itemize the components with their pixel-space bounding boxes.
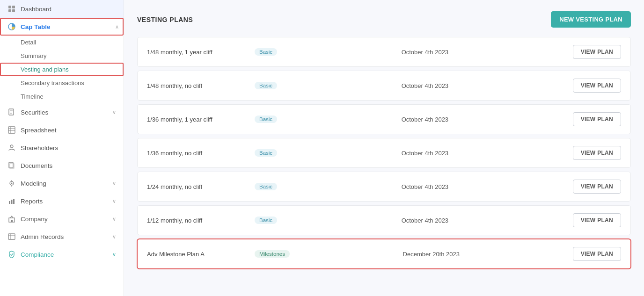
sidebar-sub-item-summary[interactable]: Summary bbox=[0, 49, 124, 63]
row-badge: Basic bbox=[255, 48, 277, 56]
sidebar-item-shareholders[interactable]: Shareholders bbox=[0, 139, 124, 157]
row-date: October 4th 2023 bbox=[285, 150, 565, 157]
row-left-5: 1/12 monthly, no cliff Basic bbox=[147, 217, 277, 224]
compliance-icon bbox=[7, 250, 16, 259]
chevron-down-modeling-icon: ∨ bbox=[112, 180, 116, 187]
view-plan-button[interactable]: VIEW PLAN bbox=[573, 213, 621, 227]
row-name: 1/36 monthly, no cliff bbox=[147, 150, 250, 157]
row-date: October 4th 2023 bbox=[285, 49, 565, 56]
svg-rect-2 bbox=[8, 9, 11, 12]
main-content: VESTING PLANS NEW VESTING PLAN 1/48 mont… bbox=[124, 0, 644, 296]
chevron-down-company-icon: ∨ bbox=[112, 216, 116, 222]
sidebar-item-reports-label: Reports bbox=[21, 198, 43, 205]
svg-point-17 bbox=[11, 183, 13, 184]
row-date: December 20th 2023 bbox=[297, 251, 565, 258]
grid-icon bbox=[7, 5, 16, 13]
row-date: October 4th 2023 bbox=[285, 82, 565, 89]
row-name: Adv Milestone Plan A bbox=[147, 251, 250, 258]
sidebar-item-documents-label: Documents bbox=[21, 162, 52, 169]
securities-icon bbox=[7, 108, 16, 116]
row-name: 1/12 monthly, no cliff bbox=[147, 217, 250, 224]
company-icon bbox=[7, 215, 16, 223]
row-left-0: 1/48 monthly, 1 year cliff Basic bbox=[147, 48, 277, 56]
row-left-1: 1/48 monthly, no cliff Basic bbox=[147, 82, 277, 89]
row-left-6: Adv Milestone Plan A Milestones bbox=[147, 250, 290, 258]
sidebar-item-securities[interactable]: Securities ∨ bbox=[0, 103, 124, 121]
sidebar-item-admin-records-label: Admin Records bbox=[21, 233, 64, 240]
row-badge: Basic bbox=[255, 82, 277, 89]
view-plan-button[interactable]: VIEW PLAN bbox=[573, 79, 621, 93]
row-date: October 4th 2023 bbox=[285, 116, 565, 123]
sidebar-item-modeling-label: Modeling bbox=[21, 180, 46, 187]
view-plan-button[interactable]: VIEW PLAN bbox=[573, 45, 621, 59]
sidebar-sub-item-detail[interactable]: Detail bbox=[0, 36, 124, 49]
sidebar-item-reports[interactable]: Reports ∨ bbox=[0, 192, 124, 210]
page-title: VESTING PLANS bbox=[137, 16, 193, 23]
svg-rect-1 bbox=[12, 6, 15, 8]
sidebar-item-dashboard-label: Dashboard bbox=[21, 6, 51, 13]
row-badge: Basic bbox=[255, 217, 277, 224]
vesting-row: Adv Milestone Plan A Milestones December… bbox=[137, 239, 631, 269]
sidebar-item-company[interactable]: Company ∨ bbox=[0, 210, 124, 228]
sidebar-item-documents[interactable]: Documents bbox=[0, 157, 124, 174]
vesting-row: 1/24 monthly, no cliff Basic October 4th… bbox=[137, 172, 631, 202]
sidebar-sub-item-timeline[interactable]: Timeline bbox=[0, 90, 124, 103]
shareholders-icon bbox=[7, 144, 16, 152]
row-badge: Milestones bbox=[255, 250, 290, 258]
row-badge: Basic bbox=[255, 149, 277, 157]
view-plan-button[interactable]: VIEW PLAN bbox=[573, 112, 621, 126]
sidebar-sub-item-detail-label: Detail bbox=[21, 39, 36, 46]
new-vesting-plan-button[interactable]: NEW VESTING PLAN bbox=[551, 11, 631, 28]
vesting-row: 1/36 monthly, 1 year cliff Basic October… bbox=[137, 104, 631, 134]
sidebar-item-admin-records[interactable]: Admin Records ∨ bbox=[0, 228, 124, 245]
svg-rect-0 bbox=[8, 6, 11, 8]
row-name: 1/24 monthly, no cliff bbox=[147, 183, 250, 190]
row-left-3: 1/36 monthly, no cliff Basic bbox=[147, 149, 277, 157]
row-name: 1/48 monthly, 1 year cliff bbox=[147, 49, 250, 56]
svg-rect-9 bbox=[8, 127, 15, 133]
sidebar-sub-item-vesting-plans[interactable]: Vesting and plans bbox=[0, 63, 124, 76]
sidebar-sub-item-secondary-label: Secondary transactions bbox=[21, 79, 84, 87]
sidebar-item-cap-table[interactable]: Cap Table ∧ bbox=[0, 18, 124, 36]
chevron-down-compliance-icon: ∨ bbox=[112, 252, 116, 258]
sidebar-item-spreadsheet[interactable]: Spreadsheet bbox=[0, 121, 124, 139]
documents-icon bbox=[7, 161, 16, 170]
chevron-up-icon: ∧ bbox=[115, 24, 119, 30]
sidebar: Dashboard Cap Table ∧ Detail Summary Ves… bbox=[0, 0, 124, 296]
view-plan-button[interactable]: VIEW PLAN bbox=[573, 180, 621, 194]
sidebar-item-shareholders-label: Shareholders bbox=[21, 144, 58, 152]
chevron-down-reports-icon: ∨ bbox=[112, 198, 116, 204]
svg-rect-20 bbox=[9, 201, 10, 204]
view-plan-button[interactable]: VIEW PLAN bbox=[573, 146, 621, 160]
row-name: 1/36 monthly, 1 year cliff bbox=[147, 116, 250, 123]
vesting-row: 1/48 monthly, no cliff Basic October 4th… bbox=[137, 71, 631, 101]
sidebar-item-modeling[interactable]: Modeling ∨ bbox=[0, 174, 124, 192]
sidebar-sub-item-timeline-label: Timeline bbox=[21, 93, 44, 100]
sidebar-item-spreadsheet-label: Spreadsheet bbox=[21, 127, 57, 134]
vesting-row: 1/12 monthly, no cliff Basic October 4th… bbox=[137, 205, 631, 235]
sidebar-sub-item-vesting-label: Vesting and plans bbox=[21, 66, 69, 73]
reports-icon bbox=[7, 197, 16, 205]
spreadsheet-icon bbox=[7, 126, 16, 134]
row-left-2: 1/36 monthly, 1 year cliff Basic bbox=[147, 116, 277, 123]
row-date: October 4th 2023 bbox=[285, 183, 565, 190]
sidebar-item-company-label: Company bbox=[21, 216, 48, 223]
sidebar-sub-item-secondary[interactable]: Secondary transactions bbox=[0, 76, 124, 90]
chevron-down-securities-icon: ∨ bbox=[112, 109, 116, 116]
modeling-icon bbox=[7, 179, 16, 188]
sidebar-item-compliance[interactable]: Compliance ∨ bbox=[0, 245, 124, 263]
svg-rect-21 bbox=[11, 200, 13, 204]
svg-rect-3 bbox=[12, 9, 15, 12]
view-plan-button[interactable]: VIEW PLAN bbox=[573, 247, 621, 261]
vesting-row: 1/48 monthly, 1 year cliff Basic October… bbox=[137, 37, 631, 67]
sidebar-item-dashboard[interactable]: Dashboard bbox=[0, 0, 124, 18]
admin-records-icon bbox=[7, 232, 16, 241]
row-left-4: 1/24 monthly, no cliff Basic bbox=[147, 183, 277, 190]
sidebar-item-cap-table-label: Cap Table bbox=[21, 23, 51, 30]
svg-rect-25 bbox=[8, 234, 15, 239]
row-badge: Basic bbox=[255, 183, 277, 190]
sidebar-item-compliance-label: Compliance bbox=[21, 251, 54, 258]
row-name: 1/48 monthly, no cliff bbox=[147, 82, 250, 89]
page-header: VESTING PLANS NEW VESTING PLAN bbox=[137, 11, 631, 28]
vesting-row: 1/36 monthly, no cliff Basic October 4th… bbox=[137, 138, 631, 168]
